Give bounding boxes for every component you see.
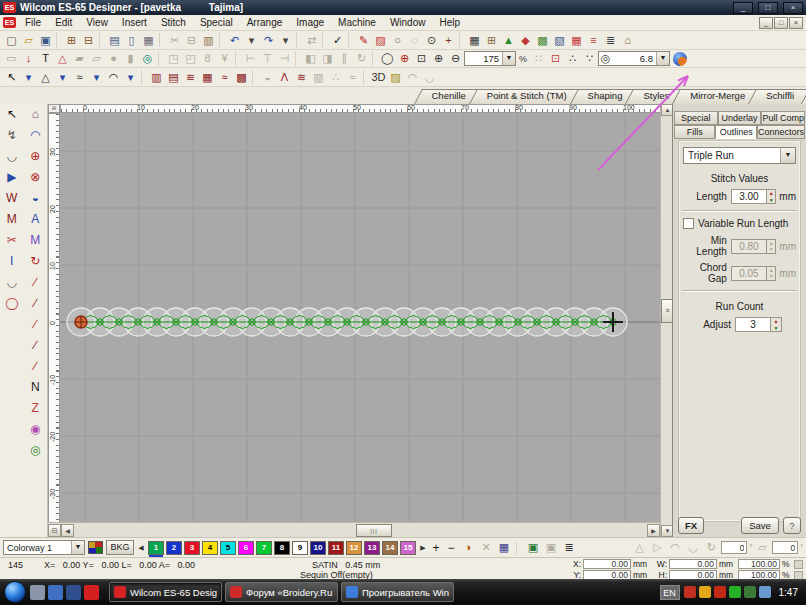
menu-image[interactable]: Image bbox=[289, 16, 331, 29]
colorway-editor-icon[interactable] bbox=[88, 541, 103, 554]
print-icon[interactable]: ▤ bbox=[106, 33, 123, 48]
color-swatch-14[interactable]: 14 bbox=[382, 541, 398, 555]
sequin-size-combo[interactable]: ◎ 6.8 ▼ bbox=[598, 51, 670, 66]
node-small-1-icon[interactable]: ∴ bbox=[564, 51, 581, 66]
minimize-button[interactable]: _ bbox=[733, 2, 753, 14]
mdi-minimize-button[interactable]: _ bbox=[759, 17, 773, 29]
tab-schiffli[interactable]: Schiffli bbox=[752, 89, 806, 104]
digitize-dropdown-icon[interactable]: ▾ bbox=[54, 70, 71, 85]
horizontal-scroll-thumb[interactable]: ||| bbox=[356, 524, 392, 537]
background-color-button[interactable]: BKG bbox=[106, 540, 134, 555]
monogram-icon[interactable]: M bbox=[24, 230, 46, 251]
x-field[interactable] bbox=[583, 559, 631, 569]
sequin-ring-icon[interactable]: ◎ bbox=[139, 51, 156, 66]
color-swatch-9[interactable]: 9 bbox=[292, 541, 308, 555]
sculpt-icon[interactable]: ▨ bbox=[387, 70, 404, 85]
stitch-list-icon[interactable]: ≣ bbox=[602, 33, 619, 48]
w-percent-field[interactable] bbox=[738, 559, 780, 569]
select-tool-icon[interactable]: ↖ bbox=[3, 70, 20, 85]
undo-dropdown-icon[interactable]: ▾ bbox=[243, 33, 260, 48]
grid-toggle-icon[interactable]: ▦ bbox=[466, 33, 483, 48]
cycle-used-colors-icon[interactable]: ◑ bbox=[460, 540, 476, 555]
color-swatch-6[interactable]: 6 bbox=[238, 541, 254, 555]
horizontal-ruler[interactable]: 0102030405060708090100 bbox=[60, 104, 660, 113]
touchup-icon[interactable]: ▧ bbox=[551, 33, 568, 48]
overlap-grid-icon[interactable]: ▦ bbox=[568, 33, 585, 48]
mdi-restore-button[interactable]: □ bbox=[774, 17, 788, 29]
variable-run-length-checkbox[interactable] bbox=[683, 218, 694, 229]
sequin-scatter-icon[interactable]: ◉ bbox=[24, 419, 46, 440]
penetration-z-icon[interactable]: Z bbox=[24, 398, 46, 419]
panel-tab-outlines[interactable]: Outlines bbox=[715, 125, 756, 139]
draw-pen-icon[interactable]: ✎ bbox=[355, 33, 372, 48]
menu-stitch[interactable]: Stitch bbox=[154, 16, 193, 29]
fx-button[interactable]: FX bbox=[678, 517, 704, 534]
stitch-angle-2-icon[interactable]: ∕ bbox=[24, 293, 46, 314]
color-swatch-5[interactable]: 5 bbox=[220, 541, 236, 555]
color-swatch-7[interactable]: 7 bbox=[256, 541, 272, 555]
reshape-icon[interactable]: ⊙ bbox=[423, 33, 440, 48]
tray-network[interactable] bbox=[744, 586, 756, 598]
satin-stitch-icon[interactable]: ▥ bbox=[148, 70, 165, 85]
zoom-1-1-icon[interactable]: ⊡ bbox=[413, 51, 430, 66]
shapes-icon[interactable]: ◆ bbox=[517, 33, 534, 48]
tray-messenger[interactable] bbox=[729, 586, 741, 598]
menu-window[interactable]: Window bbox=[383, 16, 433, 29]
stitch-angle-3-icon[interactable]: ∕ bbox=[24, 314, 46, 335]
print-preview-icon[interactable]: ▯ bbox=[123, 33, 140, 48]
reshape-object-icon[interactable]: ⌂ bbox=[24, 104, 46, 125]
curve-dropdown-icon[interactable]: ▾ bbox=[122, 70, 139, 85]
zoom-in-icon[interactable]: ⊕ bbox=[430, 51, 447, 66]
panel-tab-pull-comp[interactable]: Pull Comp bbox=[761, 111, 805, 125]
background-scene-icon[interactable]: ▲ bbox=[500, 33, 517, 48]
task-button[interactable]: Проигрыватель Wind... bbox=[341, 582, 454, 602]
tray-document[interactable] bbox=[759, 586, 771, 598]
penetration-n-icon[interactable]: N bbox=[24, 377, 46, 398]
chevron-down-icon[interactable]: ▼ bbox=[502, 52, 515, 65]
colorway-selector[interactable]: Colorway 1 ▼ bbox=[3, 540, 85, 555]
tray-antivirus[interactable] bbox=[714, 586, 726, 598]
dome-shape-icon[interactable]: ◠ bbox=[24, 125, 46, 146]
stitch-angle-5-icon[interactable]: ∕ bbox=[24, 356, 46, 377]
chevron-down-icon[interactable]: ▼ bbox=[780, 148, 795, 163]
stitch-type-combo[interactable]: Triple Run ▼ bbox=[683, 147, 796, 164]
cloud-shape-icon[interactable]: ◒ bbox=[24, 188, 46, 209]
hatch-fill-icon[interactable]: ▨ bbox=[372, 33, 389, 48]
lettering-a-icon[interactable]: A bbox=[24, 209, 46, 230]
align-tools-icon[interactable]: ≡ bbox=[585, 33, 602, 48]
lettering-icon[interactable]: W bbox=[1, 188, 23, 209]
tray-download-master[interactable] bbox=[699, 586, 711, 598]
basket-shape-icon[interactable]: ◡ bbox=[1, 272, 23, 293]
horizontal-scrollbar[interactable]: ⊟ ◀ ||| ▶ bbox=[48, 522, 660, 537]
liquid-effect-icon[interactable]: ≋ bbox=[293, 70, 310, 85]
add-color-button[interactable]: + bbox=[430, 541, 442, 555]
color-swatch-11[interactable]: 11 bbox=[328, 541, 344, 555]
mdi-close-button[interactable]: × bbox=[789, 17, 803, 29]
adjust-field[interactable] bbox=[735, 317, 771, 332]
thread-colors-icon[interactable]: ▦ bbox=[496, 540, 512, 555]
tab-point-stitch-tm[interactable]: Point & Stitch (TM) bbox=[473, 89, 579, 104]
oval-ring-icon[interactable]: ◯ bbox=[1, 293, 23, 314]
e-stitch-icon[interactable]: ▦ bbox=[199, 70, 216, 85]
variable-run-length-checkbox-row[interactable]: Variable Run Length bbox=[683, 218, 796, 229]
menu-file[interactable]: File bbox=[18, 16, 48, 29]
color-swatch-3[interactable]: 3 bbox=[184, 541, 200, 555]
zoom-out-icon[interactable]: ⊖ bbox=[447, 51, 464, 66]
cut-tool-icon[interactable]: ✂ bbox=[1, 230, 23, 251]
w-field[interactable] bbox=[669, 559, 717, 569]
insert-design-icon[interactable]: ⊞ bbox=[63, 33, 80, 48]
redo-icon[interactable]: ↷ bbox=[260, 33, 277, 48]
scroll-right-icon[interactable]: ▶ bbox=[647, 524, 660, 537]
select-dropdown-icon[interactable]: ▾ bbox=[20, 70, 37, 85]
color-object-list-icon[interactable]: ≣ bbox=[561, 540, 577, 555]
new-icon[interactable]: ▢ bbox=[3, 33, 20, 48]
rotate-field[interactable] bbox=[721, 541, 747, 554]
color-swatch-10[interactable]: 10 bbox=[310, 541, 326, 555]
bitmap-icon[interactable]: ▩ bbox=[534, 33, 551, 48]
picture-toggle-icon[interactable]: ▣ bbox=[525, 540, 541, 555]
help-button[interactable]: ? bbox=[783, 517, 801, 534]
prev-color-arrow[interactable]: ◀ bbox=[137, 544, 145, 552]
zoom-lasso-icon[interactable]: ◯ bbox=[379, 51, 396, 66]
task-button[interactable]: Форум «Broidery.Ru -... bbox=[225, 582, 338, 602]
color-swatch-8[interactable]: 8 bbox=[274, 541, 290, 555]
